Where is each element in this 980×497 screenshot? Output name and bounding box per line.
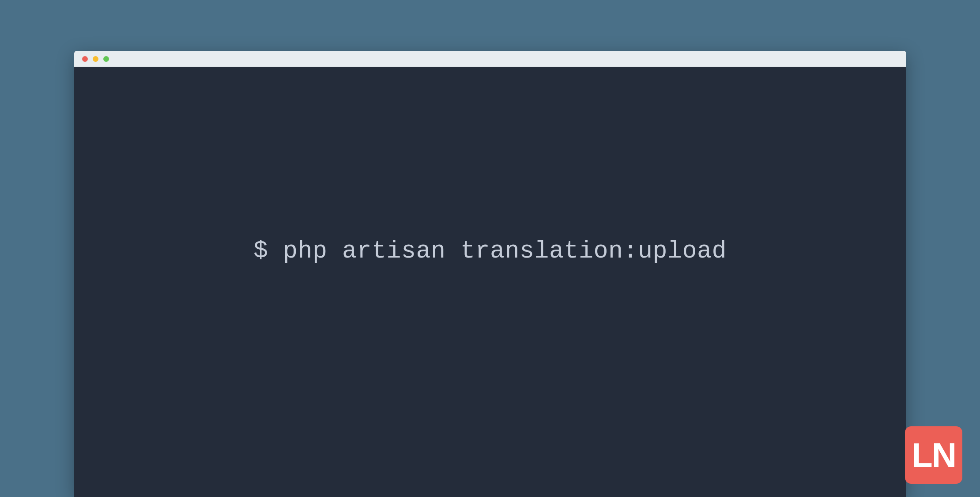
minimize-icon[interactable] — [93, 56, 98, 62]
window-titlebar — [74, 51, 906, 67]
logo-text: LN — [912, 438, 956, 472]
command-text: $ php artisan translation:upload — [253, 237, 727, 265]
maximize-icon[interactable] — [103, 56, 109, 62]
terminal-window: $ php artisan translation:upload — [74, 51, 906, 497]
terminal-body[interactable]: $ php artisan translation:upload — [74, 67, 906, 497]
logo-badge: LN — [905, 426, 962, 484]
close-icon[interactable] — [82, 56, 88, 62]
